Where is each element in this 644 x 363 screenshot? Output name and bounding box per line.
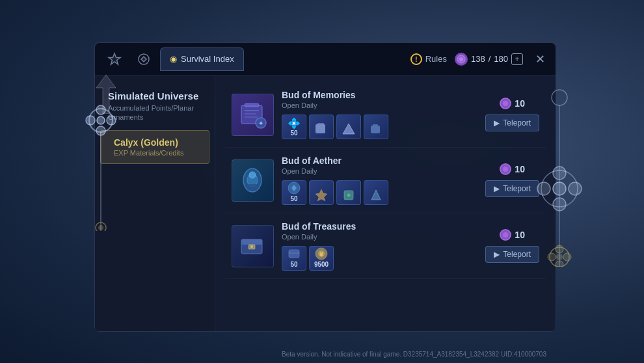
svg-rect-38 <box>373 124 378 126</box>
svg-point-43 <box>249 172 256 178</box>
entry-title-aether: Bud of Aether <box>282 155 477 166</box>
svg-rect-28 <box>245 103 259 107</box>
reward-treasures-item-1: 50 <box>282 246 306 271</box>
teleport-label-treasures: Teleport <box>503 250 531 259</box>
svg-text:✦: ✦ <box>258 120 263 127</box>
reward-aether-item-3 <box>336 180 361 205</box>
entry-subtitle-treasures: Open Daily <box>282 233 477 241</box>
svg-rect-37 <box>371 126 380 133</box>
rules-label: Rules <box>425 54 447 64</box>
entry-thumbnail-treasures <box>232 225 274 267</box>
entry-title-memories: Bud of Memories <box>282 90 477 100</box>
reward-item-1: 💠 50 <box>282 114 306 139</box>
header-right: ! Rules 138 / 180 + ✕ <box>410 50 549 68</box>
svg-point-59 <box>503 232 508 237</box>
entry-bud-aether: Bud of Aether Open Daily 50 <box>225 148 546 213</box>
teleport-button-memories[interactable]: ▶ Teleport <box>485 114 539 131</box>
svg-point-40 <box>503 101 508 106</box>
reward-treasures-count-1: 50 <box>290 261 297 268</box>
points-memories: 10 <box>500 98 525 109</box>
svg-rect-50 <box>241 239 262 245</box>
sidebar-item-title: Calyx (Golden) <box>114 137 199 148</box>
teleport-icon-treasures: ▶ <box>494 250 500 259</box>
entry-subtitle-memories: Open Daily <box>282 101 477 109</box>
svg-rect-53 <box>289 250 299 258</box>
currency-display: 138 / 180 + <box>455 53 523 66</box>
entry-bud-memories: ✦ Bud of Memories Open Daily 💠 50 <box>225 82 546 148</box>
svg-point-48 <box>503 167 508 172</box>
svg-rect-44 <box>247 184 258 191</box>
tab-survival-label: Survival Index <box>181 54 234 64</box>
tab-icon-1[interactable] <box>101 47 127 71</box>
entry-right-memories: 10 ▶ Teleport <box>485 98 539 131</box>
header: ◉ Survival Index ! Rules 138 / 180 + <box>95 43 556 75</box>
svg-point-26 <box>459 57 463 61</box>
content-area: ✦ Bud of Memories Open Daily 💠 50 <box>215 75 556 331</box>
reward-item-3 <box>336 114 361 139</box>
svg-rect-35 <box>317 123 324 126</box>
rules-button[interactable]: ! Rules <box>410 53 447 65</box>
sidebar-item-calyx-golden[interactable]: Calyx (Golden) EXP Materials/Credits <box>100 130 209 164</box>
reward-item-4 <box>364 114 388 139</box>
entry-subtitle-aether: Open Daily <box>282 167 477 175</box>
sidebar-section-sub: Accumulated Points/Planar Ornaments <box>108 103 205 122</box>
reward-treasures-count-2: 9500 <box>314 261 329 268</box>
entry-info-treasures: Bud of Treasures Open Daily 50 <box>282 221 477 271</box>
reward-aether-item-2 <box>309 180 334 205</box>
currency-current: 138 <box>471 54 485 64</box>
sidebar-section-title: Simulated Universe <box>108 90 205 101</box>
reward-treasures-item-2: ¥ 9500 <box>309 246 334 271</box>
svg-rect-34 <box>315 124 325 133</box>
tab-icon-2[interactable] <box>131 47 157 71</box>
points-aether: 10 <box>500 163 525 175</box>
points-icon-aether <box>500 163 511 175</box>
entry-right-aether: 10 ▶ Teleport <box>485 163 539 197</box>
currency-max: 180 <box>494 54 508 64</box>
svg-marker-36 <box>343 124 355 134</box>
reward-aether-count-1: 50 <box>290 195 297 202</box>
entry-info-memories: Bud of Memories Open Daily 💠 50 <box>282 90 477 139</box>
main-window: ◉ Survival Index ! Rules 138 / 180 + <box>94 42 556 332</box>
svg-point-52 <box>250 245 253 248</box>
sidebar-item-sub: EXP Materials/Credits <box>114 149 199 157</box>
teleport-icon-aether: ▶ <box>494 184 500 193</box>
reward-aether-item-4 <box>364 180 388 205</box>
currency-separator: / <box>489 54 491 64</box>
teleport-label-aether: Teleport <box>503 184 531 193</box>
beta-version-text: Beta version. Not indicative of final ga… <box>282 351 546 358</box>
entry-thumbnail-memories: ✦ <box>232 94 274 136</box>
teleport-button-aether[interactable]: ▶ Teleport <box>485 180 539 197</box>
points-icon-treasures <box>500 229 511 241</box>
teleport-button-treasures[interactable]: ▶ Teleport <box>485 246 539 263</box>
points-value-memories: 10 <box>515 98 525 109</box>
entry-thumbnail-aether <box>232 159 274 202</box>
entry-info-aether: Bud of Aether Open Daily 50 <box>282 155 477 205</box>
points-value-aether: 10 <box>515 164 525 174</box>
reward-aether-item-1: 50 <box>282 180 306 205</box>
teleport-icon-memories: ▶ <box>494 118 500 128</box>
window-body: Simulated Universe Accumulated Points/Pl… <box>95 75 556 331</box>
points-value-treasures: 10 <box>515 230 525 240</box>
entry-rewards-memories: 💠 50 <box>282 114 477 139</box>
teleport-label-memories: Teleport <box>503 118 531 128</box>
sidebar-section-simulated-universe[interactable]: Simulated Universe Accumulated Points/Pl… <box>95 85 215 128</box>
footer-beta-text: Beta version. Not indicative of final ga… <box>282 351 546 358</box>
points-icon-memories <box>500 98 511 109</box>
tab-survival-index[interactable]: ◉ Survival Index <box>160 47 244 71</box>
points-treasures: 10 <box>500 229 525 241</box>
entry-rewards-aether: 50 <box>282 180 477 205</box>
tab-survival-icon: ◉ <box>170 54 177 64</box>
entry-bud-treasures: Bud of Treasures Open Daily 50 <box>225 213 546 279</box>
svg-text:¥: ¥ <box>319 251 323 258</box>
entry-rewards-treasures: 50 ¥ 9500 <box>282 246 477 271</box>
currency-plus-button[interactable]: + <box>511 53 523 65</box>
reward-item-2 <box>309 114 334 139</box>
close-button[interactable]: ✕ <box>531 50 549 68</box>
entry-title-treasures: Bud of Treasures <box>282 221 477 232</box>
sidebar: Simulated Universe Accumulated Points/Pl… <box>95 75 215 331</box>
rules-icon: ! <box>410 53 422 65</box>
reward-count-1: 50 <box>290 129 297 137</box>
currency-icon <box>455 53 468 66</box>
entry-right-treasures: 10 ▶ Teleport <box>485 229 539 263</box>
